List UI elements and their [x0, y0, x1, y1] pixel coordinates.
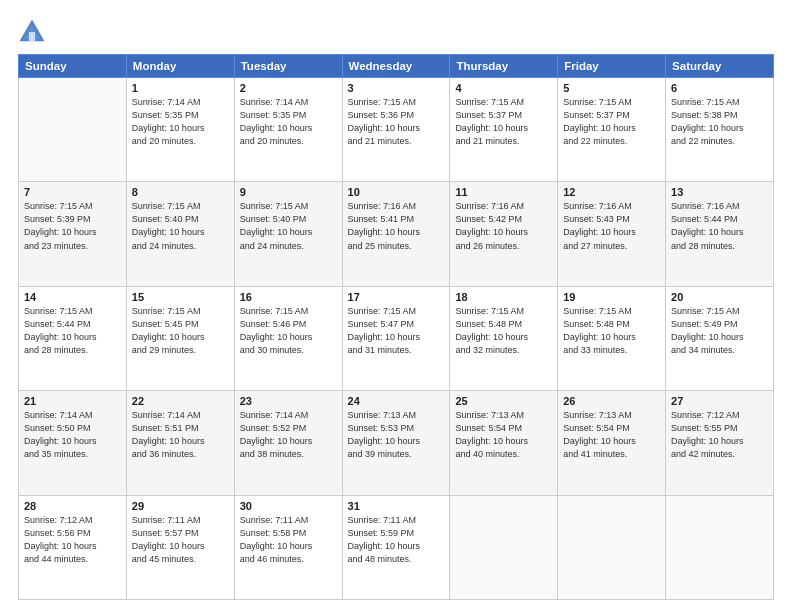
day-info: Sunrise: 7:15 AMSunset: 5:38 PMDaylight:… [671, 96, 768, 148]
day-cell: 17Sunrise: 7:15 AMSunset: 5:47 PMDayligh… [342, 286, 450, 390]
day-number: 24 [348, 395, 445, 407]
day-info: Sunrise: 7:12 AMSunset: 5:55 PMDaylight:… [671, 409, 768, 461]
day-cell: 27Sunrise: 7:12 AMSunset: 5:55 PMDayligh… [666, 391, 774, 495]
day-number: 3 [348, 82, 445, 94]
day-cell: 20Sunrise: 7:15 AMSunset: 5:49 PMDayligh… [666, 286, 774, 390]
day-header-tuesday: Tuesday [234, 55, 342, 78]
week-row-3: 14Sunrise: 7:15 AMSunset: 5:44 PMDayligh… [19, 286, 774, 390]
day-number: 26 [563, 395, 660, 407]
day-cell: 9Sunrise: 7:15 AMSunset: 5:40 PMDaylight… [234, 182, 342, 286]
day-number: 30 [240, 500, 337, 512]
day-number: 22 [132, 395, 229, 407]
day-info: Sunrise: 7:13 AMSunset: 5:54 PMDaylight:… [455, 409, 552, 461]
day-cell [450, 495, 558, 599]
day-number: 14 [24, 291, 121, 303]
day-cell: 16Sunrise: 7:15 AMSunset: 5:46 PMDayligh… [234, 286, 342, 390]
day-cell: 11Sunrise: 7:16 AMSunset: 5:42 PMDayligh… [450, 182, 558, 286]
day-number: 2 [240, 82, 337, 94]
day-info: Sunrise: 7:15 AMSunset: 5:47 PMDaylight:… [348, 305, 445, 357]
day-cell: 23Sunrise: 7:14 AMSunset: 5:52 PMDayligh… [234, 391, 342, 495]
day-info: Sunrise: 7:11 AMSunset: 5:59 PMDaylight:… [348, 514, 445, 566]
day-number: 23 [240, 395, 337, 407]
day-cell: 24Sunrise: 7:13 AMSunset: 5:53 PMDayligh… [342, 391, 450, 495]
day-cell: 25Sunrise: 7:13 AMSunset: 5:54 PMDayligh… [450, 391, 558, 495]
day-cell: 18Sunrise: 7:15 AMSunset: 5:48 PMDayligh… [450, 286, 558, 390]
day-info: Sunrise: 7:15 AMSunset: 5:48 PMDaylight:… [455, 305, 552, 357]
day-number: 8 [132, 186, 229, 198]
day-info: Sunrise: 7:16 AMSunset: 5:41 PMDaylight:… [348, 200, 445, 252]
day-number: 21 [24, 395, 121, 407]
day-number: 31 [348, 500, 445, 512]
day-number: 25 [455, 395, 552, 407]
day-number: 11 [455, 186, 552, 198]
day-cell [558, 495, 666, 599]
day-cell: 21Sunrise: 7:14 AMSunset: 5:50 PMDayligh… [19, 391, 127, 495]
day-cell: 31Sunrise: 7:11 AMSunset: 5:59 PMDayligh… [342, 495, 450, 599]
day-cell: 3Sunrise: 7:15 AMSunset: 5:36 PMDaylight… [342, 78, 450, 182]
day-number: 20 [671, 291, 768, 303]
day-number: 29 [132, 500, 229, 512]
day-number: 15 [132, 291, 229, 303]
day-cell: 1Sunrise: 7:14 AMSunset: 5:35 PMDaylight… [126, 78, 234, 182]
day-number: 13 [671, 186, 768, 198]
day-info: Sunrise: 7:15 AMSunset: 5:39 PMDaylight:… [24, 200, 121, 252]
day-cell: 4Sunrise: 7:15 AMSunset: 5:37 PMDaylight… [450, 78, 558, 182]
day-cell: 14Sunrise: 7:15 AMSunset: 5:44 PMDayligh… [19, 286, 127, 390]
day-cell: 28Sunrise: 7:12 AMSunset: 5:56 PMDayligh… [19, 495, 127, 599]
day-cell: 5Sunrise: 7:15 AMSunset: 5:37 PMDaylight… [558, 78, 666, 182]
day-info: Sunrise: 7:16 AMSunset: 5:44 PMDaylight:… [671, 200, 768, 252]
day-cell: 15Sunrise: 7:15 AMSunset: 5:45 PMDayligh… [126, 286, 234, 390]
day-cell: 30Sunrise: 7:11 AMSunset: 5:58 PMDayligh… [234, 495, 342, 599]
day-number: 6 [671, 82, 768, 94]
day-info: Sunrise: 7:13 AMSunset: 5:53 PMDaylight:… [348, 409, 445, 461]
day-cell: 7Sunrise: 7:15 AMSunset: 5:39 PMDaylight… [19, 182, 127, 286]
week-row-4: 21Sunrise: 7:14 AMSunset: 5:50 PMDayligh… [19, 391, 774, 495]
day-info: Sunrise: 7:15 AMSunset: 5:36 PMDaylight:… [348, 96, 445, 148]
day-number: 18 [455, 291, 552, 303]
day-info: Sunrise: 7:15 AMSunset: 5:44 PMDaylight:… [24, 305, 121, 357]
week-row-2: 7Sunrise: 7:15 AMSunset: 5:39 PMDaylight… [19, 182, 774, 286]
day-number: 28 [24, 500, 121, 512]
day-cell [666, 495, 774, 599]
day-cell: 22Sunrise: 7:14 AMSunset: 5:51 PMDayligh… [126, 391, 234, 495]
day-number: 7 [24, 186, 121, 198]
week-row-5: 28Sunrise: 7:12 AMSunset: 5:56 PMDayligh… [19, 495, 774, 599]
day-cell: 8Sunrise: 7:15 AMSunset: 5:40 PMDaylight… [126, 182, 234, 286]
day-info: Sunrise: 7:16 AMSunset: 5:43 PMDaylight:… [563, 200, 660, 252]
day-cell: 19Sunrise: 7:15 AMSunset: 5:48 PMDayligh… [558, 286, 666, 390]
day-info: Sunrise: 7:14 AMSunset: 5:35 PMDaylight:… [240, 96, 337, 148]
day-number: 1 [132, 82, 229, 94]
day-header-monday: Monday [126, 55, 234, 78]
day-number: 4 [455, 82, 552, 94]
day-info: Sunrise: 7:15 AMSunset: 5:48 PMDaylight:… [563, 305, 660, 357]
day-header-thursday: Thursday [450, 55, 558, 78]
logo [18, 18, 50, 46]
svg-rect-2 [29, 32, 35, 41]
day-number: 19 [563, 291, 660, 303]
day-cell: 29Sunrise: 7:11 AMSunset: 5:57 PMDayligh… [126, 495, 234, 599]
day-info: Sunrise: 7:14 AMSunset: 5:51 PMDaylight:… [132, 409, 229, 461]
page: SundayMondayTuesdayWednesdayThursdayFrid… [0, 0, 792, 612]
day-header-friday: Friday [558, 55, 666, 78]
day-cell: 10Sunrise: 7:16 AMSunset: 5:41 PMDayligh… [342, 182, 450, 286]
day-info: Sunrise: 7:14 AMSunset: 5:50 PMDaylight:… [24, 409, 121, 461]
day-info: Sunrise: 7:14 AMSunset: 5:52 PMDaylight:… [240, 409, 337, 461]
header [18, 18, 774, 46]
day-info: Sunrise: 7:15 AMSunset: 5:37 PMDaylight:… [563, 96, 660, 148]
day-header-saturday: Saturday [666, 55, 774, 78]
day-number: 12 [563, 186, 660, 198]
day-number: 27 [671, 395, 768, 407]
day-info: Sunrise: 7:15 AMSunset: 5:37 PMDaylight:… [455, 96, 552, 148]
day-info: Sunrise: 7:16 AMSunset: 5:42 PMDaylight:… [455, 200, 552, 252]
day-info: Sunrise: 7:11 AMSunset: 5:58 PMDaylight:… [240, 514, 337, 566]
week-row-1: 1Sunrise: 7:14 AMSunset: 5:35 PMDaylight… [19, 78, 774, 182]
day-number: 9 [240, 186, 337, 198]
day-info: Sunrise: 7:13 AMSunset: 5:54 PMDaylight:… [563, 409, 660, 461]
day-cell: 2Sunrise: 7:14 AMSunset: 5:35 PMDaylight… [234, 78, 342, 182]
day-number: 17 [348, 291, 445, 303]
day-number: 10 [348, 186, 445, 198]
day-cell: 12Sunrise: 7:16 AMSunset: 5:43 PMDayligh… [558, 182, 666, 286]
day-header-sunday: Sunday [19, 55, 127, 78]
day-cell: 26Sunrise: 7:13 AMSunset: 5:54 PMDayligh… [558, 391, 666, 495]
logo-icon [18, 18, 46, 46]
